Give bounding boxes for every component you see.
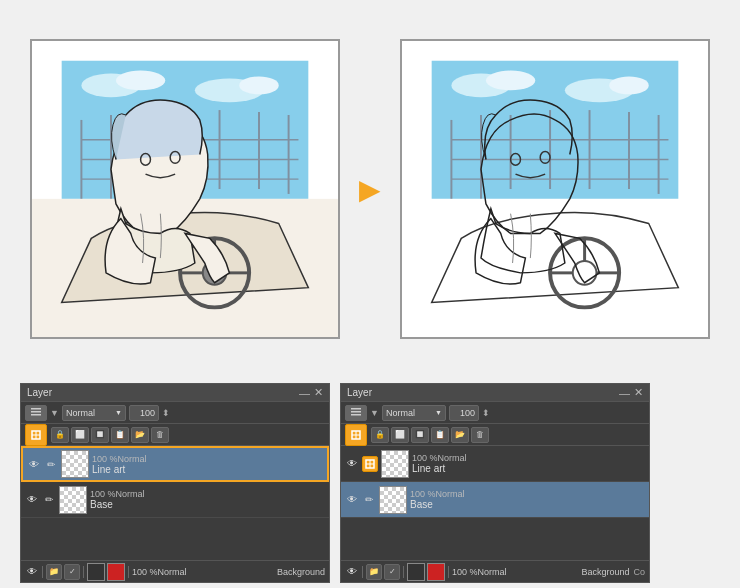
left-tb-btn-1[interactable]: 🔒 xyxy=(51,427,69,443)
left-panel-titlebar: Layer — ✕ xyxy=(21,384,329,402)
right-opacity-value[interactable]: 100 xyxy=(449,405,479,421)
right-bottom-separator1 xyxy=(362,566,363,578)
right-layer-percent-lineart: 100 %Normal xyxy=(412,453,645,463)
svg-point-27 xyxy=(486,71,535,91)
right-bottom-check-btn[interactable]: ✓ xyxy=(384,564,400,580)
right-tb-btn-3[interactable]: 🔲 xyxy=(411,427,429,443)
right-bottom-layer-label: 100 %Normal xyxy=(452,567,507,577)
right-tb-btn-6[interactable]: 🗑 xyxy=(471,427,489,443)
left-toolbar-row2: 🔒 ⬜ 🔲 📋 📂 🗑 xyxy=(21,424,329,446)
left-blend-mode-dropdown[interactable]: Normal ▼ xyxy=(62,405,126,421)
right-tb-btn-1[interactable]: 🔒 xyxy=(371,427,389,443)
left-layer-panel: Layer — ✕ ▼ Normal ▼ 100 ⬍ xyxy=(20,383,330,583)
right-panel-close[interactable]: ✕ xyxy=(634,386,643,399)
left-layer-thumb-lineart xyxy=(61,450,89,478)
right-canvas xyxy=(402,41,708,337)
left-tb-btn-2[interactable]: ⬜ xyxy=(71,427,89,443)
left-layer-percent-lineart: 100 %Normal xyxy=(92,454,323,464)
right-layer-item-lineart[interactable]: 👁 100 %Normal Line art xyxy=(341,446,649,482)
right-bottom-folder-btn[interactable]: 📁 xyxy=(366,564,382,580)
right-layer-percent-base: 100 %Normal xyxy=(410,489,645,499)
right-layer-orange-icon xyxy=(362,456,378,472)
svg-rect-54 xyxy=(351,411,361,413)
left-chevron-icon: ▼ xyxy=(50,408,59,418)
right-chevron-icon: ▼ xyxy=(370,408,379,418)
right-panel-titlebar: Layer — ✕ xyxy=(341,384,649,402)
left-bottom-folder-btn[interactable]: 📁 xyxy=(46,564,62,580)
right-tb-btn-2[interactable]: ⬜ xyxy=(391,427,409,443)
right-toolbar-icons: 🔒 ⬜ 🔲 📋 📂 🗑 xyxy=(371,427,489,443)
before-after-arrow: ▶ xyxy=(350,173,390,206)
main-container: ▶ xyxy=(0,0,740,588)
left-bottom-separator3 xyxy=(128,566,129,578)
left-tb-btn-4[interactable]: 📋 xyxy=(111,427,129,443)
left-tb-btn-3[interactable]: 🔲 xyxy=(91,427,109,443)
right-layer-eye-base[interactable]: 👁 xyxy=(345,493,359,507)
images-section: ▶ xyxy=(0,0,740,378)
left-opacity-value[interactable]: 100 xyxy=(129,405,159,421)
left-layer-tool-base: ✏ xyxy=(42,493,56,507)
left-bottom-thumb-black xyxy=(87,563,105,581)
right-bottom-eye[interactable]: 👁 xyxy=(345,565,359,579)
right-panel-title: Layer xyxy=(347,387,372,398)
left-bottom-eye[interactable]: 👁 xyxy=(25,565,39,579)
right-layer-info-base: 100 %Normal Base xyxy=(410,489,645,510)
right-bottom-bar: 👁 📁 ✓ 100 %Normal Background Co xyxy=(341,560,649,582)
left-layer-item-base[interactable]: 👁 ✏ 100 %Normal Base xyxy=(21,482,329,518)
left-layer-info-lineart: 100 %Normal Line art xyxy=(92,454,323,475)
right-tb-btn-4[interactable]: 📋 xyxy=(431,427,449,443)
left-bottom-check-btn[interactable]: ✓ xyxy=(64,564,80,580)
left-selected-tool-icon[interactable] xyxy=(25,424,47,446)
right-layer-tool-base: ✏ xyxy=(362,493,376,507)
right-tb-btn-5[interactable]: 📂 xyxy=(451,427,469,443)
left-panel-minus[interactable]: — xyxy=(299,387,310,399)
right-layer-info-lineart: 100 %Normal Line art xyxy=(412,453,645,474)
left-bottom-separator2 xyxy=(83,566,84,578)
left-blend-mode-label: Normal xyxy=(66,408,95,418)
left-layer-tool-lineart: ✏ xyxy=(44,457,58,471)
svg-point-5 xyxy=(239,77,278,95)
left-layer-icon-btn[interactable] xyxy=(25,405,47,421)
right-layer-panel: Layer — ✕ ▼ Normal ▼ 100 ⬍ xyxy=(340,383,650,583)
left-blend-dropdown-icon: ▼ xyxy=(115,409,122,416)
right-bottom-thumb-bg xyxy=(427,563,445,581)
svg-rect-48 xyxy=(31,411,41,413)
left-bottom-thumb-bg xyxy=(107,563,125,581)
left-layer-thumb-base xyxy=(59,486,87,514)
right-panel-minus[interactable]: — xyxy=(619,387,630,399)
left-panel-title: Layer xyxy=(27,387,52,398)
left-panel-close[interactable]: ✕ xyxy=(314,386,323,399)
left-tb-btn-6[interactable]: 🗑 xyxy=(151,427,169,443)
right-blend-mode-dropdown[interactable]: Normal ▼ xyxy=(382,405,446,421)
right-bottom-separator2 xyxy=(403,566,404,578)
right-layer-icon-btn[interactable] xyxy=(345,405,367,421)
left-layer-eye-base[interactable]: 👁 xyxy=(25,493,39,507)
left-layer-eye-lineart[interactable]: 👁 xyxy=(27,457,41,471)
left-layer-item-lineart[interactable]: 👁 ✏ 100 %Normal Line art xyxy=(21,446,329,482)
right-bottom-layer-info: 100 %Normal xyxy=(452,567,579,577)
left-bottom-layer-label: 100 %Normal xyxy=(132,567,187,577)
right-blend-dropdown-icon: ▼ xyxy=(435,409,442,416)
left-bottom-separator1 xyxy=(42,566,43,578)
right-blend-mode-label: Normal xyxy=(386,408,415,418)
left-layer-info-base: 100 %Normal Base xyxy=(90,489,325,510)
right-opacity-arrows-icon: ⬍ xyxy=(482,408,490,418)
left-layer-name-base: Base xyxy=(90,499,325,510)
right-toolbar-row2: 🔒 ⬜ 🔲 📋 📂 🗑 xyxy=(341,424,649,446)
left-toolbar-icons: 🔒 ⬜ 🔲 📋 📂 🗑 xyxy=(51,427,169,443)
left-bottom-layer-info: 100 %Normal xyxy=(132,567,275,577)
right-layer-item-base[interactable]: 👁 ✏ 100 %Normal Base xyxy=(341,482,649,518)
left-panel-controls: — ✕ xyxy=(299,386,323,399)
right-bottom-thumb-black xyxy=(407,563,425,581)
right-layer-eye-lineart[interactable]: 👁 xyxy=(345,457,359,471)
svg-rect-50 xyxy=(31,408,41,410)
right-layer-thumb-base xyxy=(379,486,407,514)
left-layer-list: 👁 ✏ 100 %Normal Line art 👁 ✏ 100 %Normal xyxy=(21,446,329,560)
right-panel-controls: — ✕ xyxy=(619,386,643,399)
svg-rect-49 xyxy=(31,414,41,416)
left-tb-btn-5[interactable]: 📂 xyxy=(131,427,149,443)
right-layer-name-lineart: Line art xyxy=(412,463,645,474)
arrow-icon: ▶ xyxy=(359,173,381,206)
right-bottom-co-label: Co xyxy=(633,567,645,577)
right-selected-tool-icon[interactable] xyxy=(345,424,367,446)
